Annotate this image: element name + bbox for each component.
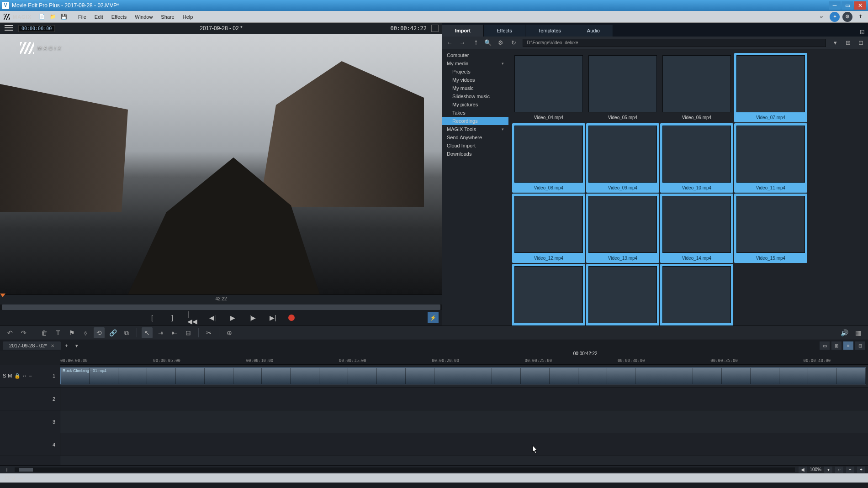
track-lane[interactable] [60, 456, 868, 465]
group-button[interactable]: ⧉ [121, 327, 132, 338]
in-marker-icon[interactable] [0, 294, 5, 297]
preview-scrubber[interactable]: 42:22 [0, 294, 442, 304]
zoom-fit-button[interactable]: ↔ [835, 467, 843, 473]
new-file-icon[interactable]: 📄 [37, 12, 47, 22]
go-end-button[interactable]: ▶| [268, 313, 277, 322]
menu-share[interactable]: Share [157, 12, 178, 21]
tree-recordings[interactable]: Recordings [442, 117, 508, 125]
record-button[interactable] [288, 315, 295, 321]
tab-effects[interactable]: Effects [484, 25, 525, 37]
view-mode-2[interactable]: ⊞ [831, 341, 842, 350]
menu-file[interactable]: File [74, 12, 90, 21]
zoom-plus-button[interactable]: + [857, 467, 865, 473]
tree-cloud-import[interactable]: Cloud Import [442, 142, 508, 150]
upload-icon[interactable]: ⬆ [855, 12, 865, 22]
preview-video[interactable] [0, 34, 442, 294]
cart-icon[interactable]: ∞ [817, 12, 827, 22]
open-folder-icon[interactable]: 📁 [48, 12, 58, 22]
zoom-out-button[interactable]: ◀ [799, 467, 807, 473]
search-icon[interactable]: 🔍 [484, 39, 492, 47]
path-input[interactable]: D:\Footage\Video_deluxe [523, 39, 826, 47]
tool-3[interactable]: ⇤ [169, 327, 180, 338]
add-tab-button[interactable]: + [63, 341, 71, 350]
split-button[interactable]: ⎀ [80, 327, 91, 338]
track-header[interactable]: 2 [0, 388, 60, 410]
tab-import[interactable]: Import [442, 25, 484, 37]
track-header[interactable]: 4 [0, 433, 60, 456]
minimize-button[interactable]: ─ [829, 1, 841, 10]
link-button[interactable]: 🔗 [107, 327, 118, 338]
nav-back-icon[interactable]: ← [446, 39, 453, 47]
media-thumb[interactable]: Video_04.mp4 [512, 53, 585, 122]
audio-mixer-icon[interactable]: 🔊 [839, 327, 850, 338]
zoom-level[interactable]: 100% [810, 467, 821, 472]
media-thumb[interactable]: Video_15.mp4 [734, 194, 807, 263]
cut-tool[interactable]: ✂ [203, 327, 214, 338]
media-thumb[interactable]: Video_16.mp4 [512, 264, 585, 325]
track-ctrl-button[interactable]: 🔒 [14, 373, 21, 379]
track-lane[interactable] [60, 410, 868, 433]
media-thumb[interactable]: Video_14.mp4 [660, 194, 733, 263]
track-ctrl-button[interactable]: ↔ [22, 373, 27, 379]
view-mode-4[interactable]: ⊟ [855, 341, 865, 350]
tab-templates[interactable]: Templates [525, 25, 574, 37]
tree-my-pictures[interactable]: My pictures [442, 100, 508, 109]
tree-send-anywhere[interactable]: Send Anywhere [442, 133, 508, 142]
media-thumb[interactable]: Video_18.mp4 [660, 264, 733, 325]
media-thumb[interactable]: Video_17.mp4 [586, 264, 659, 325]
timeline-tab[interactable]: 2017-09-28 - 02* ✕ [3, 341, 61, 350]
view-large-icon[interactable]: ⊡ [857, 39, 864, 47]
timeline-scrollbar[interactable] [15, 467, 795, 472]
track-lane[interactable] [60, 388, 868, 410]
marker-button[interactable]: ⚑ [66, 327, 77, 338]
preview-scrollbar[interactable] [2, 304, 440, 310]
go-start-button[interactable]: |◀◀ [188, 313, 197, 322]
nav-forward-icon[interactable]: → [459, 39, 466, 47]
close-tab-icon[interactable]: ✕ [51, 343, 54, 348]
track-ctrl-button[interactable]: S [3, 373, 6, 379]
step-forward-button[interactable]: |▶ [248, 313, 257, 322]
media-thumb[interactable]: Video_06.mp4 [660, 53, 733, 122]
track-header[interactable]: 5 [0, 456, 60, 465]
add-track-button[interactable]: + [3, 467, 11, 473]
tool-2[interactable]: ⇥ [155, 327, 166, 338]
mark-out-button[interactable]: ] [168, 313, 177, 322]
track-header[interactable]: SM🔒↔≡1 [0, 365, 60, 388]
menu-help[interactable]: Help [179, 12, 197, 21]
maximize-button[interactable]: ▭ [842, 1, 853, 10]
media-thumb[interactable]: Video_13.mp4 [586, 194, 659, 263]
popout-icon[interactable] [431, 25, 439, 32]
path-dropdown-icon[interactable]: ▾ [831, 39, 839, 47]
view-small-icon[interactable]: ⊞ [844, 39, 852, 47]
track-header[interactable]: 3 [0, 410, 60, 433]
tree-downloads[interactable]: Downloads [442, 150, 508, 158]
menu-effects[interactable]: Effects [108, 12, 130, 21]
media-thumb[interactable]: Video_09.mp4 [586, 123, 659, 193]
tree-my-music[interactable]: My music [442, 84, 508, 92]
media-thumb[interactable]: Video_12.mp4 [512, 194, 585, 263]
save-icon[interactable]: 💾 [59, 12, 69, 22]
tree-my-videos[interactable]: My videos [442, 76, 508, 84]
track-ctrl-button[interactable]: ≡ [29, 373, 32, 379]
media-thumb[interactable]: Video_11.mp4 [734, 123, 807, 193]
insert-button[interactable]: ⊕ [224, 327, 235, 338]
title-button[interactable]: T [53, 327, 64, 338]
tab-dropdown-icon[interactable]: ▾ [73, 341, 81, 350]
timecode-in[interactable]: 00:00:00:00 [18, 25, 55, 32]
play-button[interactable]: ▶ [228, 313, 237, 322]
panel-popout-icon[interactable]: ◱ [856, 27, 868, 37]
settings-gear-icon[interactable]: ⚙ [842, 12, 852, 22]
media-thumb[interactable]: Video_10.mp4 [660, 123, 733, 193]
track-lane[interactable]: Rock Climbing - 01.mp4 [60, 365, 868, 388]
tree-projects[interactable]: Projects [442, 68, 508, 76]
media-thumb[interactable]: Video_05.mp4 [586, 53, 659, 122]
timeline-ruler[interactable]: 00:00:42:22 00:00:00:0000:00:05:0000:00:… [60, 351, 868, 365]
refresh-icon[interactable]: ↻ [510, 39, 517, 47]
tree-slideshow-music[interactable]: Slideshow music [442, 92, 508, 100]
pointer-tool[interactable]: ↖ [142, 327, 153, 338]
view-mode-1[interactable]: ▭ [820, 341, 830, 350]
delete-button[interactable]: 🗑 [39, 327, 50, 338]
media-thumb[interactable]: Video_08.mp4 [512, 123, 585, 193]
view-mode-3[interactable]: ≡ [843, 341, 853, 350]
tree-magix-tools[interactable]: MAGIX Tools▾ [442, 125, 508, 133]
